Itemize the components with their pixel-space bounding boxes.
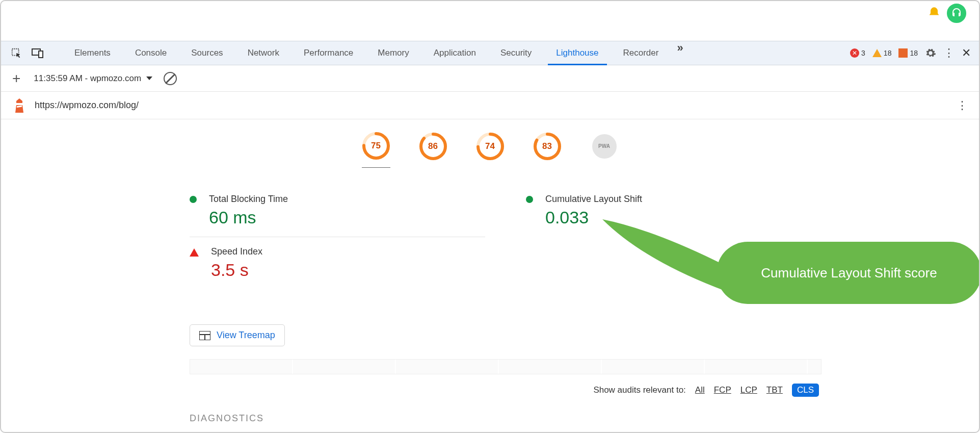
- issue-count-value: 18: [910, 49, 918, 57]
- tab-network[interactable]: Network: [235, 41, 292, 65]
- notification-bell-icon: [927, 6, 941, 20]
- lighthouse-subbar: + 11:35:59 AM - wpmozo.com: [1, 65, 979, 92]
- headset-icon: [950, 7, 963, 19]
- audit-filter-label: Show audits relevant to:: [593, 385, 685, 395]
- error-count-value: 3: [861, 49, 865, 57]
- new-report-button[interactable]: +: [12, 70, 20, 87]
- filter-cls[interactable]: CLS: [792, 384, 819, 397]
- gauge-accessibility[interactable]: 86: [419, 132, 447, 168]
- metric-tbt[interactable]: Total Blocking Time 60 ms: [190, 185, 485, 237]
- report-selector-label: 11:35:59 AM - wpmozo.com: [34, 73, 141, 84]
- tab-recorder[interactable]: Recorder: [611, 41, 671, 65]
- filter-fcp[interactable]: FCP: [714, 385, 731, 395]
- status-good-icon: [190, 196, 197, 203]
- tab-sources[interactable]: Sources: [179, 41, 235, 65]
- metric-value: 60 ms: [209, 208, 288, 227]
- status-bad-icon: [190, 248, 199, 257]
- gauge-score: 83: [533, 132, 562, 161]
- tab-lighthouse[interactable]: Lighthouse: [544, 41, 611, 65]
- gauge-performance[interactable]: 75: [362, 132, 390, 168]
- warning-count[interactable]: 18: [872, 49, 892, 57]
- tab-application[interactable]: Application: [421, 41, 488, 65]
- metric-label: Total Blocking Time: [209, 194, 288, 205]
- filter-lcp[interactable]: LCP: [740, 385, 757, 395]
- tab-memory[interactable]: Memory: [365, 41, 421, 65]
- tab-elements[interactable]: Elements: [62, 41, 123, 65]
- caret-down-icon: [146, 77, 152, 80]
- warning-count-value: 18: [884, 49, 892, 57]
- error-icon: ✕: [850, 48, 859, 58]
- metric-label: Speed Index: [211, 246, 262, 257]
- issue-count[interactable]: 18: [898, 48, 918, 58]
- filter-all[interactable]: All: [695, 385, 705, 395]
- gauge-pwa[interactable]: PWA: [590, 132, 619, 168]
- tab-performance[interactable]: Performance: [292, 41, 365, 65]
- clear-report-button[interactable]: [164, 72, 177, 85]
- annotation-text: Cumulative Layout Shift score: [761, 265, 937, 281]
- url-bar: https://wpmozo.com/blog/ ⋮: [1, 92, 979, 119]
- gauge-score: 86: [419, 132, 447, 161]
- avatar[interactable]: [944, 1, 969, 26]
- view-treemap-button[interactable]: View Treemap: [190, 324, 285, 346]
- screenshot-filmstrip[interactable]: [190, 359, 822, 374]
- more-icon[interactable]: ⋮: [943, 46, 955, 60]
- filter-tbt[interactable]: TBT: [766, 385, 783, 395]
- metric-speed-index[interactable]: Speed Index 3.5 s: [190, 237, 485, 289]
- device-toggle-icon[interactable]: [31, 46, 45, 60]
- svg-rect-2: [39, 51, 43, 58]
- error-count[interactable]: ✕ 3: [850, 48, 865, 58]
- report-selector[interactable]: 11:35:59 AM - wpmozo.com: [34, 73, 152, 84]
- diagnostics-heading: DIAGNOSTICS: [190, 413, 264, 424]
- issue-icon: [898, 48, 908, 58]
- metric-value: 3.5 s: [211, 260, 262, 280]
- inspect-icon[interactable]: [9, 46, 23, 60]
- warning-icon: [872, 49, 882, 57]
- gauge-score: 75: [362, 132, 390, 160]
- status-good-icon: [526, 196, 533, 203]
- tabs-overflow-icon[interactable]: »: [677, 41, 683, 65]
- metric-label: Cumulative Layout Shift: [545, 194, 642, 205]
- settings-icon[interactable]: [925, 47, 936, 59]
- tab-security[interactable]: Security: [488, 41, 544, 65]
- lighthouse-logo-icon: [12, 98, 27, 113]
- gauge-score: PWA: [590, 132, 619, 161]
- devtools-toolbar: Elements Console Sources Network Perform…: [1, 41, 979, 65]
- audit-filters: Show audits relevant to: All FCP LCP TBT…: [593, 384, 819, 397]
- gauge-seo[interactable]: 83: [533, 132, 562, 168]
- annotation-callout: Cumulative Layout Shift score: [717, 242, 980, 304]
- score-gauges: 75 86 74 83 PWA: [362, 132, 619, 168]
- report-url: https://wpmozo.com/blog/: [35, 100, 139, 111]
- tab-console[interactable]: Console: [123, 41, 179, 65]
- close-devtools-icon[interactable]: ✕: [962, 46, 971, 60]
- gauge-best-practices[interactable]: 74: [476, 132, 505, 168]
- treemap-icon: [199, 331, 210, 340]
- view-treemap-label: View Treemap: [217, 330, 275, 341]
- report-menu-icon[interactable]: ⋮: [957, 99, 968, 112]
- gauge-score: 74: [476, 132, 505, 161]
- svg-rect-3: [17, 103, 22, 105]
